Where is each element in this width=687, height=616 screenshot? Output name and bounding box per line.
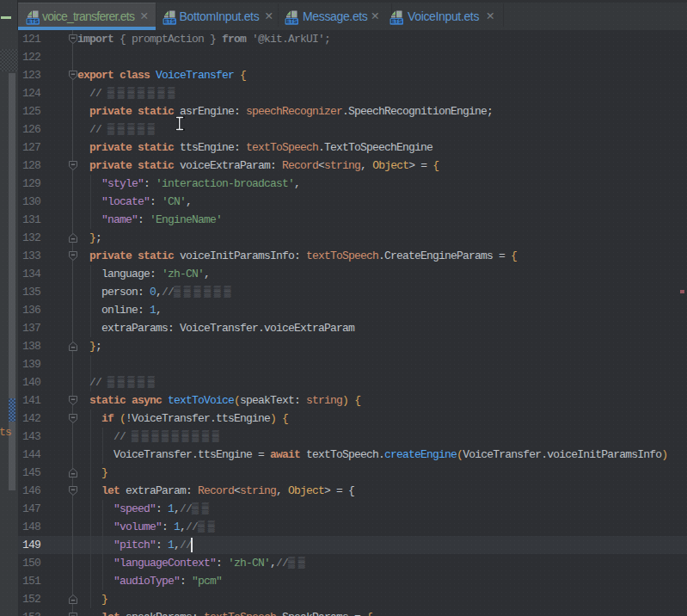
svg-text:ETS: ETS bbox=[390, 18, 402, 24]
svg-text:ETS: ETS bbox=[27, 18, 39, 24]
svg-text:ETS: ETS bbox=[163, 18, 175, 24]
svg-text:ETS: ETS bbox=[285, 18, 297, 24]
